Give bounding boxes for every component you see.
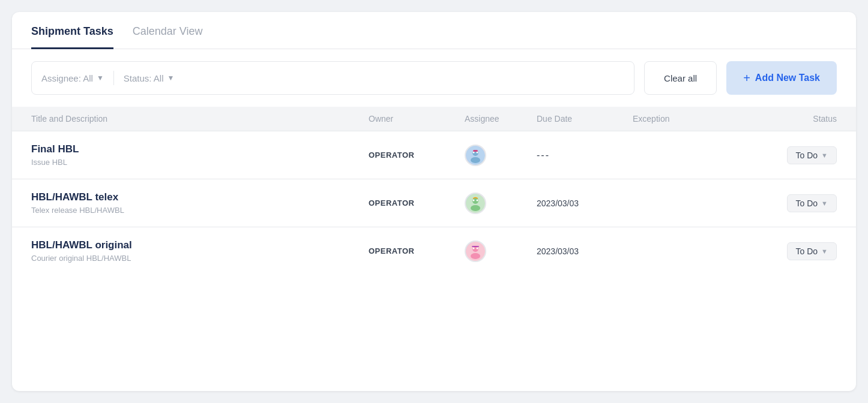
task-info: HBL/HAWBL telex Telex release HBL/HAWBL	[31, 191, 369, 215]
task-due-date: 2023/03/03	[537, 246, 633, 256]
svg-point-14	[473, 247, 475, 249]
task-info: HBL/HAWBL original Courier original HBL/…	[31, 239, 369, 263]
header-due-date: Due Date	[537, 114, 633, 124]
status-label: To Do	[796, 151, 818, 160]
task-info: Final HBL Issue HBL	[31, 143, 369, 167]
status-badge[interactable]: To Do ▼	[787, 242, 837, 260]
header-assignee: Assignee	[465, 114, 537, 124]
assignee-avatar	[465, 145, 486, 166]
assignee-filter[interactable]: Assignee: All ▼	[41, 62, 113, 94]
tab-shipment-tasks[interactable]: Shipment Tasks	[31, 12, 113, 49]
task-due-date: 2023/03/03	[537, 199, 633, 208]
status-badge[interactable]: To Do ▼	[787, 194, 837, 212]
task-description: Telex release HBL/HAWBL	[31, 206, 369, 215]
status-chevron-icon: ▼	[821, 152, 828, 159]
task-title: HBL/HAWBL original	[31, 239, 369, 251]
header-status: Status	[729, 114, 837, 124]
header-exception: Exception	[633, 114, 729, 124]
status-filter[interactable]: Status: All ▼	[114, 62, 184, 94]
add-new-task-button[interactable]: + Add New Task	[726, 61, 837, 95]
main-card: Shipment Tasks Calendar View Assignee: A…	[12, 12, 856, 391]
svg-rect-5	[473, 150, 478, 152]
task-assignee	[465, 240, 537, 262]
task-owner: OPERATOR	[369, 151, 465, 160]
clear-all-button[interactable]: Clear all	[644, 61, 717, 95]
add-task-label: Add New Task	[755, 73, 820, 83]
status-chevron-icon: ▼	[821, 248, 828, 255]
task-title: Final HBL	[31, 143, 369, 155]
header-owner: Owner	[369, 114, 465, 124]
task-assignee	[465, 193, 537, 214]
table-header: Title and Description Owner Assignee Due…	[12, 107, 856, 131]
task-description: Courier original HBL/HAWBL	[31, 254, 369, 263]
assignee-chevron-icon: ▼	[97, 74, 104, 82]
task-owner: OPERATOR	[369, 199, 465, 207]
assignee-avatar	[465, 240, 486, 262]
task-status-container: To Do ▼	[729, 146, 837, 164]
status-label: To Do	[796, 246, 818, 256]
plus-icon: +	[743, 71, 750, 85]
table-body: Final HBL Issue HBL OPERATOR ---	[12, 131, 856, 275]
filter-bar: Assignee: All ▼ Status: All ▼	[31, 61, 634, 95]
task-status-container: To Do ▼	[729, 194, 837, 212]
assignee-filter-label: Assignee: All	[41, 73, 93, 83]
svg-rect-16	[472, 246, 479, 247]
task-owner: OPERATOR	[369, 246, 465, 255]
toolbar: Assignee: All ▼ Status: All ▼ Clear all …	[12, 49, 856, 107]
table-row: HBL/HAWBL telex Telex release HBL/HAWBL …	[12, 179, 856, 227]
status-chevron-icon: ▼	[821, 200, 828, 207]
svg-point-15	[477, 247, 478, 249]
task-title: HBL/HAWBL telex	[31, 191, 369, 203]
svg-point-2	[471, 157, 480, 163]
status-badge[interactable]: To Do ▼	[787, 146, 837, 164]
tab-calendar-view[interactable]: Calendar View	[133, 12, 203, 49]
status-filter-label: Status: All	[124, 73, 164, 83]
status-chevron-icon: ▼	[167, 74, 174, 82]
assignee-avatar	[465, 193, 486, 214]
table-row: HBL/HAWBL original Courier original HBL/…	[12, 227, 856, 275]
tabs-container: Shipment Tasks Calendar View	[12, 12, 856, 49]
svg-point-10	[477, 199, 478, 201]
table-row: Final HBL Issue HBL OPERATOR ---	[12, 131, 856, 179]
header-title: Title and Description	[31, 114, 369, 124]
task-status-container: To Do ▼	[729, 242, 837, 260]
svg-point-13	[471, 253, 480, 259]
svg-point-9	[473, 199, 475, 201]
status-label: To Do	[796, 199, 818, 208]
task-due-date: ---	[537, 150, 633, 161]
svg-point-8	[471, 205, 480, 211]
task-description: Issue HBL	[31, 158, 369, 167]
task-assignee	[465, 145, 537, 166]
